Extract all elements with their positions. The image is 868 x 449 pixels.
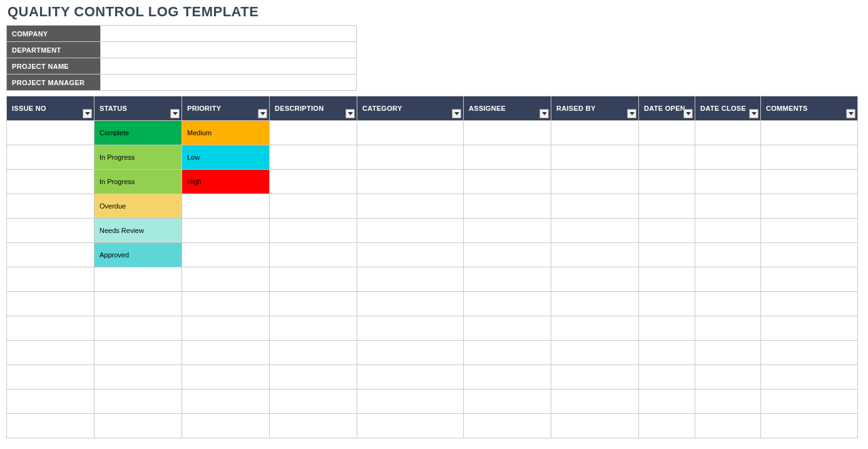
description-cell[interactable] [270,145,357,170]
date-close-cell[interactable] [695,414,761,438]
category-cell[interactable] [357,121,464,145]
description-cell[interactable] [270,414,357,438]
raised-by-cell[interactable] [551,316,639,341]
col-issue-no[interactable]: ISSUE NO [7,96,94,121]
description-cell[interactable] [270,170,357,194]
raised-by-cell[interactable] [551,219,639,243]
assignee-cell[interactable] [464,194,551,219]
description-cell[interactable] [270,316,357,341]
description-cell[interactable] [270,194,357,219]
category-cell[interactable] [357,145,464,170]
category-cell[interactable] [357,341,464,365]
priority-cell[interactable]: Low [182,145,270,170]
description-cell[interactable] [270,121,357,145]
date-close-cell[interactable] [695,219,761,243]
assignee-cell[interactable] [464,219,551,243]
raised-by-cell[interactable] [551,170,639,194]
date-open-cell[interactable] [639,267,695,292]
status-cell[interactable] [94,292,182,316]
raised-by-cell[interactable] [551,414,639,438]
status-cell[interactable]: In Progress [94,170,182,194]
raised-by-cell[interactable] [551,267,639,292]
date-close-cell[interactable] [695,316,761,341]
status-cell[interactable]: Needs Review [94,219,182,243]
issue-no-cell[interactable] [7,292,94,316]
priority-cell[interactable]: Medium [182,121,270,145]
status-cell[interactable] [94,341,182,365]
comments-cell[interactable] [761,390,858,414]
description-cell[interactable] [270,365,357,390]
status-cell[interactable] [94,267,182,292]
col-date-open[interactable]: DATE OPEN [639,96,695,121]
filter-icon[interactable] [846,109,855,118]
comments-cell[interactable] [761,243,858,267]
raised-by-cell[interactable] [551,292,639,316]
assignee-cell[interactable] [464,390,551,414]
date-open-cell[interactable] [639,170,695,194]
priority-cell[interactable] [182,219,270,243]
status-cell[interactable] [94,365,182,390]
col-priority[interactable]: PRIORITY [182,96,270,121]
assignee-cell[interactable] [464,414,551,438]
comments-cell[interactable] [761,194,858,219]
filter-icon[interactable] [170,109,180,118]
status-cell[interactable]: Approved [94,243,182,267]
issue-no-cell[interactable] [7,170,94,194]
project-name-field[interactable] [101,58,357,75]
project-manager-field[interactable] [101,75,357,91]
filter-icon[interactable] [749,109,758,118]
date-close-cell[interactable] [695,390,761,414]
comments-cell[interactable] [761,365,858,390]
date-close-cell[interactable] [695,194,761,219]
priority-cell[interactable] [182,292,270,316]
department-field[interactable] [101,42,357,58]
category-cell[interactable] [357,170,464,194]
col-status[interactable]: STATUS [94,96,182,121]
priority-cell[interactable] [182,414,270,438]
priority-cell[interactable] [182,194,270,219]
filter-icon[interactable] [627,109,636,118]
status-cell[interactable] [94,414,182,438]
filter-icon[interactable] [345,109,355,118]
category-cell[interactable] [357,267,464,292]
status-cell[interactable] [94,390,182,414]
filter-icon[interactable] [539,109,549,118]
date-close-cell[interactable] [695,145,761,170]
description-cell[interactable] [270,267,357,292]
issue-no-cell[interactable] [7,341,94,365]
col-category[interactable]: CATEGORY [357,96,464,121]
date-close-cell[interactable] [695,341,761,365]
date-close-cell[interactable] [695,121,761,145]
date-open-cell[interactable] [639,414,695,438]
description-cell[interactable] [270,292,357,316]
date-open-cell[interactable] [639,243,695,267]
col-description[interactable]: DESCRIPTION [270,96,357,121]
issue-no-cell[interactable] [7,121,94,145]
date-close-cell[interactable] [695,243,761,267]
assignee-cell[interactable] [464,316,551,341]
description-cell[interactable] [270,341,357,365]
comments-cell[interactable] [761,219,858,243]
priority-cell[interactable] [182,390,270,414]
comments-cell[interactable] [761,414,858,438]
priority-cell[interactable] [182,365,270,390]
date-close-cell[interactable] [695,267,761,292]
comments-cell[interactable] [761,292,858,316]
status-cell[interactable]: In Progress [94,145,182,170]
status-cell[interactable]: Complete [94,121,182,145]
issue-no-cell[interactable] [7,316,94,341]
raised-by-cell[interactable] [551,121,639,145]
col-assignee[interactable]: ASSIGNEE [464,96,551,121]
assignee-cell[interactable] [464,170,551,194]
date-open-cell[interactable] [639,341,695,365]
issue-no-cell[interactable] [7,243,94,267]
assignee-cell[interactable] [464,243,551,267]
date-open-cell[interactable] [639,194,695,219]
filter-icon[interactable] [83,109,92,118]
col-comments[interactable]: COMMENTS [761,96,858,121]
date-open-cell[interactable] [639,121,695,145]
issue-no-cell[interactable] [7,267,94,292]
assignee-cell[interactable] [464,341,551,365]
category-cell[interactable] [357,390,464,414]
comments-cell[interactable] [761,341,858,365]
